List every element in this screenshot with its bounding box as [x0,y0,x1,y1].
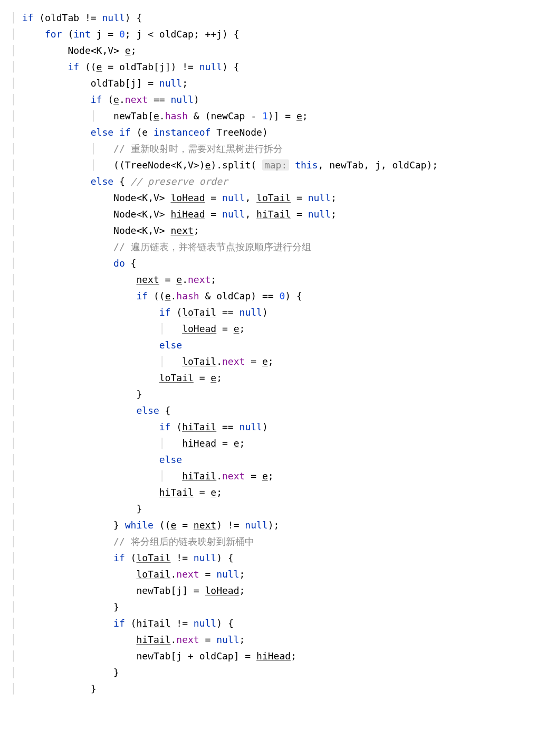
keyword-null: null [102,12,125,23]
ident-oldCap: oldCap [159,29,194,40]
type-Node: Node [68,45,90,56]
keyword-this: this [295,159,318,171]
ident-newTab: newTab [113,110,148,121]
field-hash: hash [165,110,188,121]
code-editor[interactable]: │ if (oldTab != null) { │ for (int j = 0… [0,0,536,697]
ident-j: j [97,29,102,40]
ident-loHead: loHead [171,192,205,203]
literal-one: 1 [262,110,268,121]
ident-newCap: newCap [210,110,245,121]
type-TreeNode: TreeNode [216,127,262,138]
method-split: split [222,159,251,171]
keyword-else: else [91,127,113,138]
param-hint-map: map: [262,159,289,171]
comment-tree: // 重新映射时，需要对红黑树进行拆分 [113,143,283,154]
ident-hiHead: hiHead [171,209,205,220]
literal-zero: 0 [119,29,125,40]
ident-hiTail: hiTail [256,209,291,220]
keyword-while: while [125,519,154,531]
keyword-for: for [45,29,62,40]
keyword-do: do [113,258,125,269]
keyword-int: int [73,29,91,40]
ident-next: next [171,225,194,236]
ident-oldTab: oldTab [45,12,79,23]
ident-loTail: loTail [256,192,291,203]
keyword-instanceof: instanceof [154,127,210,138]
comment-iterate: // 遍历链表，并将链表节点按原顺序进行分组 [113,241,311,252]
ident-e: e [125,45,131,56]
comment-map: // 将分组后的链表映射到新桶中 [113,536,254,547]
keyword-if: if [22,12,34,23]
field-next: next [125,94,148,105]
comment-preserve: // preserve order [131,176,228,187]
